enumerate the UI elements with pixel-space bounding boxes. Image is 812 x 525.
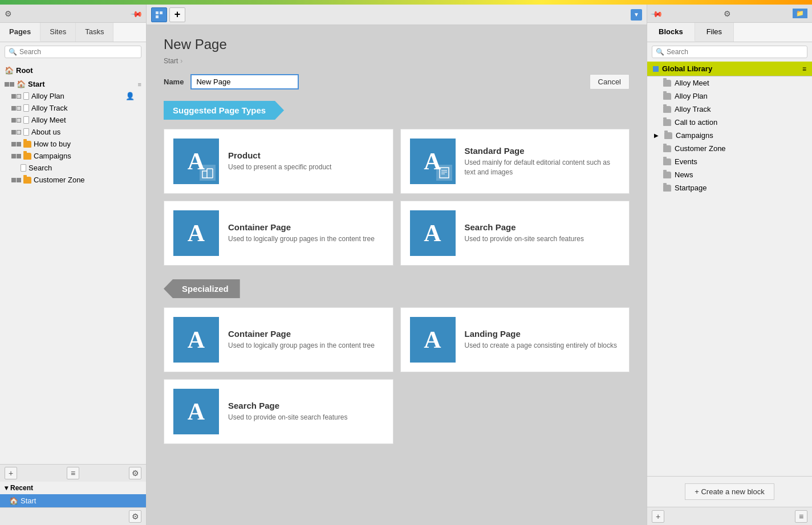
recent-label: Recent bbox=[10, 484, 33, 492]
container-description: Used to logically group pages in the con… bbox=[228, 234, 375, 244]
page-type-landing[interactable]: A Landing Page Used to create a page con… bbox=[400, 307, 630, 372]
page-type-standard[interactable]: A Standard Page Used mainly fo bbox=[400, 129, 630, 194]
home-icon-small: 🏠 bbox=[17, 80, 26, 88]
cancel-button[interactable]: Cancel bbox=[590, 74, 630, 89]
page-icon bbox=[21, 164, 26, 172]
page-type-search-spec[interactable]: A Search Page Used to provide on-site se… bbox=[164, 379, 393, 444]
settings-button-left[interactable]: ⚙ bbox=[129, 467, 141, 479]
expand-triangle: ▾ bbox=[5, 484, 8, 492]
left-search-box[interactable]: 🔍 bbox=[5, 46, 141, 58]
right-search-input[interactable] bbox=[667, 48, 803, 56]
lib-item-alloy-meet[interactable]: Alloy Meet bbox=[647, 76, 812, 89]
left-tree: 🏠 Root 🏠 Start ≡ Alloy Plan 👤 bbox=[0, 62, 146, 464]
search-icon-right: 🔍 bbox=[656, 48, 664, 56]
right-panel-header: 📌 ⚙ 📁 bbox=[647, 5, 812, 23]
lib-folder-icon bbox=[664, 132, 672, 139]
lib-startpage: Startpage bbox=[675, 184, 707, 192]
tree-item-search[interactable]: Search bbox=[0, 162, 146, 174]
library-menu-icon[interactable]: ≡ bbox=[802, 65, 806, 73]
lib-item-campaigns[interactable]: ▶ Campaigns bbox=[647, 129, 812, 142]
settings-bottom-left[interactable]: ⚙ bbox=[129, 510, 141, 523]
lib-customer-zone: Customer Zone bbox=[675, 144, 726, 153]
tree-group-start: 🏠 Start ≡ Alloy Plan 👤 Alloy Track bbox=[0, 77, 146, 187]
add-button-left[interactable]: + bbox=[5, 467, 17, 479]
recent-header: ▾ Recent bbox=[0, 482, 146, 494]
list-button-left[interactable]: ≡ bbox=[67, 467, 79, 479]
add-tab-btn[interactable]: + bbox=[169, 7, 185, 22]
container-spec-icon: A bbox=[173, 317, 219, 363]
tab-blocks[interactable]: Blocks bbox=[647, 23, 695, 42]
search-spec-name: Search Page bbox=[228, 401, 347, 410]
lib-alloy-track: Alloy Track bbox=[675, 105, 711, 113]
landing-letter: A bbox=[424, 326, 441, 353]
tree-start-header[interactable]: 🏠 Start ≡ bbox=[0, 78, 146, 90]
lib-item-alloy-plan[interactable]: Alloy Plan bbox=[647, 89, 812, 103]
product-name: Product bbox=[228, 150, 331, 160]
bottom-toolbar-left: ⚙ bbox=[0, 507, 146, 525]
page-type-search[interactable]: A Search Page Used to provide on-site se… bbox=[400, 201, 630, 266]
tab-files[interactable]: Files bbox=[695, 23, 734, 42]
breadcrumb-start[interactable]: Start bbox=[164, 57, 178, 65]
pin-icon-left[interactable]: 📌 bbox=[130, 7, 143, 20]
pin-icon-right[interactable]: 📌 bbox=[650, 7, 663, 20]
create-block-button[interactable]: + Create a new block bbox=[685, 483, 774, 500]
lib-events: Events bbox=[675, 157, 697, 166]
alloy-meet-label: Alloy Meet bbox=[31, 116, 66, 124]
lib-item-events[interactable]: Events bbox=[647, 155, 812, 168]
folder-icon bbox=[23, 177, 31, 184]
about-us-label: About us bbox=[31, 128, 60, 136]
tab-tasks[interactable]: Tasks bbox=[76, 23, 113, 42]
right-bottom-toolbar: + ≡ bbox=[647, 507, 812, 525]
svg-rect-8 bbox=[440, 168, 449, 178]
tab-sites[interactable]: Sites bbox=[40, 23, 76, 42]
list-button-right[interactable]: ≡ bbox=[795, 510, 807, 523]
list-icon-start[interactable]: ≡ bbox=[138, 81, 141, 88]
lib-folder-icon bbox=[663, 185, 671, 192]
page-type-container[interactable]: A Container Page Used to logically group… bbox=[164, 201, 393, 266]
tree-item-how-to-buy[interactable]: How to buy bbox=[0, 138, 146, 150]
tree-item-about-us[interactable]: About us bbox=[0, 126, 146, 138]
lib-item-call-to-action[interactable]: Call to action bbox=[647, 116, 812, 129]
gear-icon-left[interactable]: ⚙ bbox=[5, 9, 12, 18]
tree-item-alloy-plan[interactable]: Alloy Plan 👤 bbox=[0, 90, 146, 102]
lib-item-customer-zone[interactable]: Customer Zone bbox=[647, 142, 812, 155]
lib-item-news[interactable]: News bbox=[647, 168, 812, 181]
lib-folder-icon bbox=[663, 93, 671, 100]
library-header: Global Library ≡ bbox=[647, 62, 812, 76]
page-type-container-spec[interactable]: A Container Page Used to logically group… bbox=[164, 307, 393, 372]
lib-folder-icon bbox=[663, 80, 671, 87]
tree-item-alloy-meet[interactable]: Alloy Meet bbox=[0, 114, 146, 126]
search-icon-left: 🔍 bbox=[9, 48, 17, 56]
lib-item-startpage[interactable]: Startpage bbox=[647, 181, 812, 194]
tab-pages[interactable]: Pages bbox=[0, 23, 40, 42]
back-nav-btn[interactable] bbox=[151, 7, 167, 22]
svg-rect-2 bbox=[156, 15, 159, 18]
container-spec-letter: A bbox=[188, 326, 205, 353]
svg-rect-1 bbox=[160, 11, 163, 14]
search-page-label: Search bbox=[29, 164, 52, 172]
left-panel-header: ⚙ 📌 bbox=[0, 5, 146, 23]
tree-root: 🏠 Root bbox=[0, 64, 146, 77]
file-nav-btn[interactable]: 📁 bbox=[793, 9, 807, 18]
left-search-input[interactable] bbox=[19, 48, 137, 56]
root-label: Root bbox=[16, 66, 33, 75]
container-name: Container Page bbox=[228, 222, 375, 232]
lib-item-alloy-track[interactable]: Alloy Track bbox=[647, 103, 812, 116]
page-type-product[interactable]: A Product Use bbox=[164, 129, 393, 194]
left-bottom-toolbar: + ≡ ⚙ bbox=[0, 465, 146, 482]
page-icon bbox=[23, 92, 29, 100]
name-input[interactable] bbox=[190, 74, 299, 89]
product-svg bbox=[201, 166, 214, 179]
tree-item-alloy-track[interactable]: Alloy Track bbox=[0, 102, 146, 114]
search-spec-description: Used to provide on-site search features bbox=[228, 413, 347, 422]
tree-item-campaigns[interactable]: Campaigns bbox=[0, 150, 146, 162]
landing-icon: A bbox=[410, 317, 456, 363]
add-button-right[interactable]: + bbox=[652, 510, 664, 523]
folder-icon bbox=[23, 153, 31, 160]
dropdown-btn[interactable]: ▼ bbox=[631, 9, 642, 21]
gear-icon-right[interactable]: ⚙ bbox=[724, 9, 731, 18]
nav-icon bbox=[155, 11, 163, 19]
recent-item-start[interactable]: 🏠 Start bbox=[0, 494, 146, 507]
right-search-box[interactable]: 🔍 bbox=[652, 46, 807, 58]
tree-item-customer-zone[interactable]: Customer Zone bbox=[0, 174, 146, 186]
